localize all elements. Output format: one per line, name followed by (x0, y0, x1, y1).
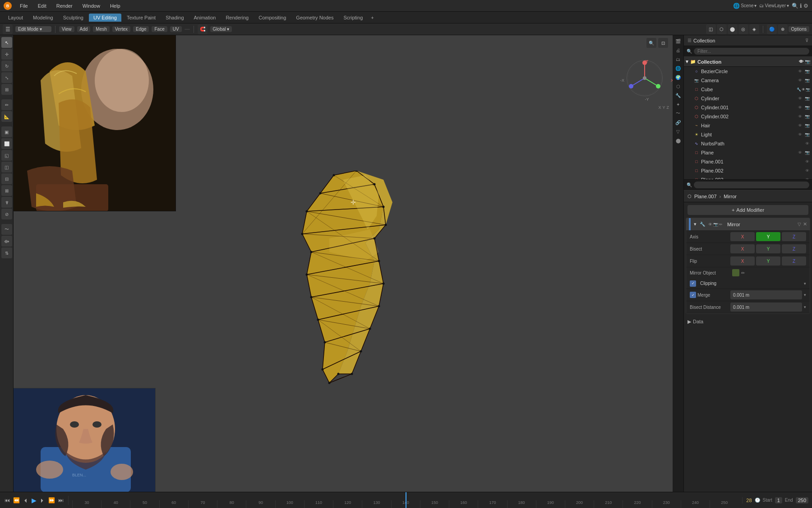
tool-measure[interactable]: 📐 (1, 111, 12, 122)
flip-z-button[interactable]: Z (782, 256, 806, 266)
outliner-item-cube[interactable]: □ Cube 🔧 👁 📷 (684, 85, 812, 94)
menu-edit[interactable]: Edit (36, 2, 48, 9)
cyl001-vis[interactable]: 👁 (797, 105, 803, 110)
gizmo-toggle[interactable]: ⊕ (778, 24, 788, 34)
snap-magnet-icon[interactable]: 🧲 (198, 24, 208, 34)
face-menu[interactable]: UV (170, 26, 182, 32)
clipping-checkbox[interactable]: ✓ (690, 280, 696, 287)
outliner-item-hair[interactable]: ~ Hair 👁 📷 (684, 121, 812, 130)
outliner-item-beziercircle[interactable]: ○ BezierCircle 👁 📷 (684, 67, 812, 76)
edit-mode-dropdown[interactable]: Edit Mode ▾ (15, 26, 51, 32)
outliner-item-nurbspath[interactable]: ∿ NurbsPath 👁 (684, 139, 812, 148)
hair-vis[interactable]: 👁 (797, 123, 803, 128)
flip-y-button[interactable]: Y (756, 256, 780, 266)
tool-bevel[interactable]: ◫ (1, 162, 12, 172)
tool-rotate[interactable]: ↻ (1, 61, 12, 71)
breadcrumb-modifier[interactable]: Mirror (724, 194, 737, 199)
merge-checkbox[interactable]: ✓ (690, 292, 696, 298)
outliner-search-input[interactable] (694, 48, 809, 55)
mirror-object-pick-icon[interactable]: ✏ (741, 270, 745, 275)
start-frame-value[interactable]: 1 (775, 497, 782, 503)
view-menu[interactable]: View (59, 26, 74, 32)
camera-vis[interactable]: 👁 (797, 78, 803, 83)
tab-shading[interactable]: Shading (161, 14, 188, 22)
uv-menu[interactable] (185, 29, 190, 30)
bisect-distance-expand-icon[interactable]: ▾ (804, 305, 806, 309)
edge-menu[interactable]: Face (152, 26, 167, 32)
navigation-gizmo[interactable]: ⊕ Y -Y X -X X Y (627, 60, 667, 101)
tool-move[interactable]: ✛ (1, 49, 12, 60)
flip-x-button[interactable]: X (730, 256, 755, 266)
tool-cursor[interactable]: ↖ (1, 37, 12, 48)
bisect-distance-field[interactable]: 0.001 m (730, 303, 802, 312)
clipping-info-btn[interactable]: ▾ (804, 281, 806, 286)
cyl001-render[interactable]: 📷 (804, 105, 810, 110)
material-preview-mode[interactable]: ◎ (738, 24, 748, 34)
tab-uv-editing[interactable]: UV Editing (89, 14, 121, 22)
options-dropdown[interactable]: Options (789, 26, 809, 32)
view-layer-selector[interactable]: 🗂 ViewLayer ▾ (759, 3, 789, 8)
collection-root[interactable]: ▾ 📁 Collection 👁 📷 (684, 57, 812, 67)
bisect-x-button[interactable]: X (730, 244, 755, 253)
outliner-item-plane[interactable]: □ Plane 👁 📷 (684, 148, 812, 157)
modifier-expand-icon[interactable]: ▾ (694, 221, 697, 227)
modifier-apply-icon[interactable]: ▽ (798, 222, 801, 227)
tool-annotate[interactable]: ✏ (1, 99, 12, 110)
bisect-z-button[interactable]: Z (782, 244, 806, 253)
cube-vis[interactable]: 👁 (802, 88, 805, 92)
tool-inset[interactable]: ◱ (1, 150, 12, 161)
tool-loop-cut[interactable]: ⊟ (1, 173, 12, 184)
end-frame-value[interactable]: 250 (796, 497, 808, 503)
outliner-item-plane002[interactable]: □ Plane.002 👁 (684, 166, 812, 175)
prop-tab-modifier[interactable]: 🔧 (674, 91, 682, 99)
overlay-toggle[interactable]: 🔵 (767, 24, 777, 34)
global-transform[interactable]: Global ▾ (210, 26, 232, 32)
outliner-item-camera[interactable]: 📷 Camera 👁 📷 (684, 76, 812, 85)
prop-tab-particles[interactable]: ✦ (674, 100, 682, 108)
modifier-close-button[interactable]: ✕ (803, 221, 807, 227)
3d-model-area[interactable] (284, 171, 420, 388)
current-frame[interactable]: 28 (746, 498, 752, 503)
scene-selector[interactable]: 🌐 Scene ▾ (733, 3, 757, 9)
mirror-object-swatch[interactable] (732, 269, 739, 276)
select-menu[interactable]: Add (77, 26, 91, 32)
zoom-extent-icon[interactable]: ⊡ (658, 38, 668, 48)
mesh-menu[interactable]: Vertex (112, 26, 130, 32)
tab-rendering[interactable]: Rendering (221, 14, 253, 22)
cyl002-vis[interactable]: 👁 (797, 114, 803, 119)
prop-tab-render[interactable]: 🎬 (674, 37, 682, 45)
outliner-item-cylinder[interactable]: ⬡ Cylinder 👁 📷 (684, 94, 812, 103)
tab-sculpting[interactable]: Sculpting (59, 14, 88, 22)
plane001-vis[interactable]: 👁 (804, 159, 810, 164)
light-render[interactable]: 📷 (804, 132, 810, 137)
tl-next-keyframe[interactable]: ⏩ (47, 496, 56, 504)
wireframe-mode[interactable]: ⬡ (717, 24, 727, 34)
prop-tab-scene[interactable]: 🌐 (674, 64, 682, 72)
properties-search-input[interactable] (694, 182, 809, 188)
add-modifier-button[interactable]: + Add Modifier (687, 205, 808, 215)
menu-render[interactable]: Render (55, 2, 74, 9)
tab-compositing[interactable]: Compositing (254, 14, 291, 22)
blender-logo[interactable]: B (4, 2, 12, 10)
cube-render[interactable]: 📷 (806, 88, 810, 92)
tab-scripting[interactable]: Scripting (339, 14, 367, 22)
tab-animation[interactable]: Animation (189, 14, 221, 22)
tool-add[interactable]: ▣ (1, 126, 12, 137)
prop-tab-view-layer[interactable]: 🗂 (674, 55, 682, 63)
info-icon[interactable]: ℹ (800, 3, 802, 9)
tl-jump-end[interactable]: ⏭ (57, 496, 65, 504)
breadcrumb-object[interactable]: Plane.007 (694, 194, 717, 199)
add-menu[interactable]: Mesh (93, 26, 109, 32)
search-icon[interactable]: 🔍 (792, 3, 798, 9)
tab-texture-paint[interactable]: Texture Paint (122, 14, 160, 22)
merge-value-field[interactable]: 0.001 m (730, 290, 802, 299)
prop-tab-physics[interactable]: 〜 (674, 109, 682, 117)
cyl002-render[interactable]: 📷 (804, 114, 810, 119)
outliner-filter-icon[interactable]: ⊽ (805, 38, 808, 43)
tool-scale[interactable]: ⤡ (1, 72, 12, 83)
beziercircle-vis[interactable]: 👁 (797, 69, 803, 74)
outliner-item-plane001[interactable]: □ Plane.001 👁 (684, 157, 812, 166)
viewport-3d[interactable]: User Perspective (Local) (28) Plane.007 … (14, 35, 673, 492)
hair-render[interactable]: 📷 (804, 123, 810, 128)
axis-x-button[interactable]: X (730, 232, 755, 241)
